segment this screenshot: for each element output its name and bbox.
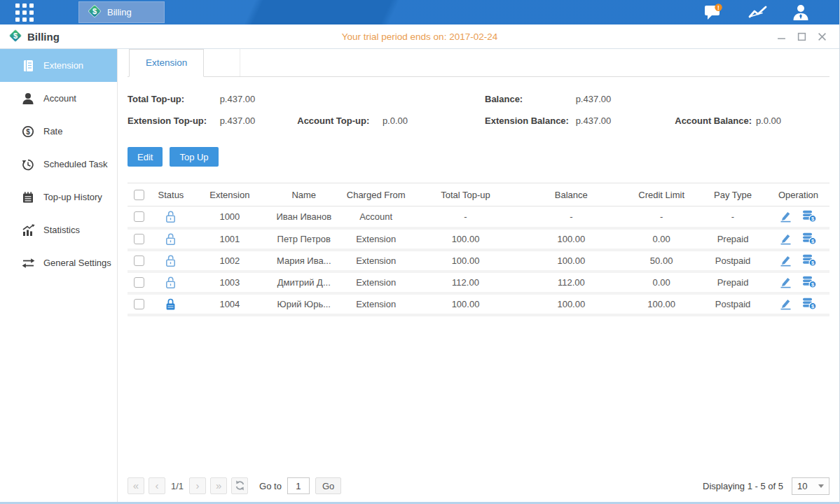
column-header-total-top-up: Total Top-up [413, 183, 518, 206]
row-checkbox[interactable] [134, 211, 144, 222]
total-topup-label: Total Top-up: [128, 88, 217, 110]
balance-cell: 100.00 [518, 293, 624, 315]
row-checkbox[interactable] [134, 255, 144, 266]
svg-text:$: $ [26, 128, 30, 136]
account-topup-value: p.0.00 [383, 110, 408, 132]
column-header-status: Status [151, 183, 191, 206]
name-cell: Юрий Юрь... [269, 293, 339, 315]
row-checkbox[interactable] [134, 299, 144, 309]
edit-button[interactable]: Edit [128, 147, 163, 167]
row-checkbox[interactable] [134, 277, 144, 288]
balance-cell: 112.00 [518, 272, 624, 293]
edit-pencil-icon[interactable] [779, 233, 792, 245]
billing-window: $ Billing ! $ Billing Your trial period … [0, 0, 840, 504]
taskbar-item-billing[interactable]: $ Billing [78, 1, 165, 23]
sidebar-item-account[interactable]: Account [0, 82, 117, 115]
credit-limit-cell: - [624, 206, 698, 228]
pay-type-cell: Postpaid [698, 293, 767, 315]
actions: Edit Top Up [128, 147, 829, 167]
sidebar-item-extension[interactable]: Extension [0, 49, 117, 82]
extension-balance-label: Extension Balance: [485, 110, 573, 132]
page-size-select[interactable]: 10 [792, 477, 829, 495]
sidebar-item-general-settings[interactable]: General Settings [0, 246, 117, 279]
close-icon[interactable] [818, 32, 827, 41]
maximize-icon[interactable] [797, 32, 806, 41]
extension-cell: 1000 [191, 206, 269, 228]
go-button[interactable]: Go [315, 477, 341, 494]
sidebar-item-label: General Settings [43, 258, 111, 268]
sidebar-item-label: Rate [43, 126, 62, 136]
balance-cell: 100.00 [518, 250, 624, 272]
column-header-extension: Extension [191, 183, 269, 206]
total-topup-cell: 100.00 [413, 250, 518, 272]
edit-pencil-icon[interactable] [779, 276, 792, 288]
account-person-icon [21, 92, 35, 105]
topup-coins-icon[interactable]: $ [802, 276, 817, 288]
sidebar-item-label: Top-up History [43, 192, 102, 202]
displaying-text: Displaying 1 - 5 of 5 [703, 481, 783, 491]
extension-cell: 1003 [191, 272, 269, 293]
topbar: $ Billing ! [0, 0, 839, 24]
credit-limit-cell: 100.00 [624, 293, 698, 315]
pay-type-cell: Postpaid [698, 250, 767, 272]
refresh-button[interactable] [231, 477, 248, 494]
edit-pencil-icon[interactable] [779, 211, 792, 223]
first-page-button[interactable]: « [128, 477, 144, 494]
topup-coins-icon[interactable]: $ [802, 254, 817, 267]
edit-pencil-icon[interactable] [779, 255, 792, 267]
last-page-button[interactable]: » [210, 477, 227, 494]
name-cell: Дмитрий Д... [269, 272, 339, 293]
lock-open-icon [165, 210, 177, 223]
column-header-charged-from: Charged From [339, 183, 413, 206]
sidebar-item-rate[interactable]: $Rate [0, 115, 117, 148]
sidebar-item-label: Extension [43, 60, 83, 71]
goto-page-input[interactable] [287, 477, 310, 494]
lock-open-icon [165, 276, 177, 289]
extension-cell: 1002 [191, 250, 269, 272]
column-header-pay-type: Pay Type [698, 183, 767, 206]
extension-cell: 1001 [191, 228, 269, 250]
extension-topup-label: Extension Top-up: [128, 110, 217, 132]
sidebar-item-statistics[interactable]: Statistics [0, 214, 117, 246]
apps-grid-icon[interactable] [0, 0, 49, 24]
extension-topup-value: p.437.00 [220, 110, 295, 132]
svg-text:!: ! [717, 4, 719, 10]
user-account-icon[interactable] [792, 4, 810, 22]
sidebar-item-top-up-history[interactable]: Top-up History [0, 181, 117, 214]
minimize-icon[interactable] [777, 32, 786, 41]
messages-icon[interactable]: ! [703, 4, 724, 22]
summary: Total Top-up: p.437.00 Extension Top-up:… [128, 88, 829, 132]
charged-from-cell: Account [339, 206, 413, 228]
sidebar-item-label: Account [43, 93, 76, 104]
column-header-name: Name [269, 183, 339, 206]
charged-from-cell: Extension [339, 272, 413, 293]
table-body: 1000Иван ИвановAccount----$1001Петр Петр… [128, 206, 829, 315]
account-balance-label: Account Balance: [675, 110, 753, 132]
pay-type-cell: - [698, 206, 767, 228]
charged-from-cell: Extension [339, 250, 413, 272]
select-all-checkbox[interactable] [134, 190, 144, 200]
edit-pencil-icon[interactable] [779, 298, 792, 310]
page-indicator: 1/1 [171, 481, 184, 491]
total-topup-cell: - [413, 206, 518, 228]
balance-value: p.437.00 [576, 88, 612, 110]
balance-label: Balance: [485, 88, 573, 110]
prev-page-button[interactable]: ‹ [149, 477, 165, 494]
sidebar-item-scheduled-task[interactable]: Scheduled Task [0, 148, 117, 181]
tab-bar: Extension [128, 49, 829, 77]
resource-monitor-icon[interactable] [748, 5, 768, 20]
row-checkbox[interactable] [134, 234, 144, 244]
pay-type-cell: Prepaid [698, 228, 767, 250]
topup-coins-icon[interactable]: $ [802, 232, 817, 245]
topup-coins-icon[interactable]: $ [802, 210, 817, 223]
next-page-button[interactable]: › [189, 477, 206, 494]
page-size-value: 10 [797, 481, 807, 491]
credit-limit-cell: 50.00 [624, 250, 698, 272]
taskbar-item-label: Billing [107, 7, 132, 18]
balance-cell: - [518, 206, 624, 228]
table-row: 1003Дмитрий Д...Extension112.00112.000.0… [128, 272, 829, 293]
top-up-button[interactable]: Top Up [170, 147, 218, 167]
tab-extension[interactable]: Extension [129, 49, 204, 77]
topup-coins-icon[interactable]: $ [802, 298, 817, 310]
balance-cell: 100.00 [518, 228, 624, 250]
